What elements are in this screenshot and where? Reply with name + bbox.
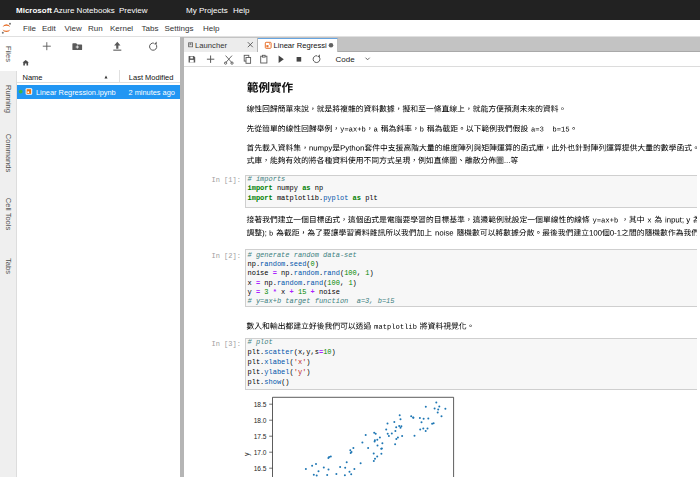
svg-text:18.5: 18.5 xyxy=(254,401,267,408)
svg-text:17.5: 17.5 xyxy=(254,433,267,440)
svg-text:18.0: 18.0 xyxy=(254,417,267,424)
svg-text:17.0: 17.0 xyxy=(254,449,267,456)
svg-text:y: y xyxy=(243,452,251,456)
svg-text:16.5: 16.5 xyxy=(254,465,267,472)
